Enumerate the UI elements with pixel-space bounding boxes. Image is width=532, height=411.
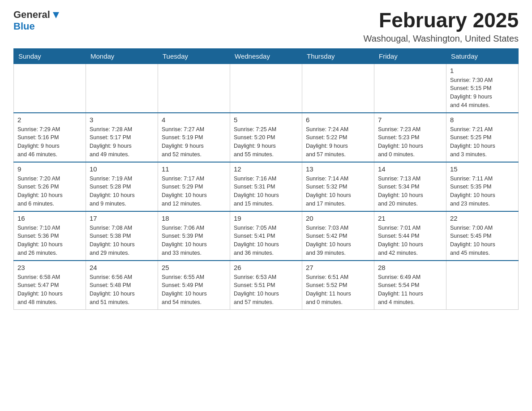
day-info: Sunrise: 7:05 AM Sunset: 5:41 PM Dayligh…: [234, 224, 298, 257]
day-number: 20: [306, 214, 370, 222]
day-number: 26: [234, 264, 298, 271]
calendar-week-row: 1Sunrise: 7:30 AM Sunset: 5:15 PM Daylig…: [14, 64, 519, 113]
day-number: 22: [450, 214, 515, 222]
weekday-header-monday: Monday: [86, 48, 158, 64]
day-info: Sunrise: 7:20 AM Sunset: 5:26 PM Dayligh…: [17, 175, 82, 208]
calendar-cell: 5Sunrise: 7:25 AM Sunset: 5:20 PM Daylig…: [230, 113, 302, 162]
day-number: 7: [378, 116, 442, 124]
svg-marker-0: [53, 12, 59, 18]
calendar-cell: 2Sunrise: 7:29 AM Sunset: 5:16 PM Daylig…: [14, 113, 86, 162]
calendar-cell: 12Sunrise: 7:16 AM Sunset: 5:31 PM Dayli…: [230, 162, 302, 211]
day-info: Sunrise: 6:58 AM Sunset: 5:47 PM Dayligh…: [17, 273, 82, 307]
calendar-cell: 28Sunrise: 6:49 AM Sunset: 5:54 PM Dayli…: [374, 261, 446, 310]
day-info: Sunrise: 7:11 AM Sunset: 5:35 PM Dayligh…: [450, 175, 515, 208]
calendar-cell: 9Sunrise: 7:20 AM Sunset: 5:26 PM Daylig…: [14, 162, 86, 211]
calendar-cell: 16Sunrise: 7:10 AM Sunset: 5:36 PM Dayli…: [14, 211, 86, 261]
calendar-cell: 23Sunrise: 6:58 AM Sunset: 5:47 PM Dayli…: [14, 261, 86, 310]
calendar-cell: 6Sunrise: 7:24 AM Sunset: 5:22 PM Daylig…: [302, 113, 374, 162]
day-info: Sunrise: 6:55 AM Sunset: 5:49 PM Dayligh…: [162, 273, 226, 307]
calendar-cell: [86, 64, 158, 113]
day-number: 24: [90, 264, 154, 271]
day-number: 28: [378, 264, 442, 271]
day-number: 8: [450, 116, 515, 124]
day-info: Sunrise: 6:53 AM Sunset: 5:51 PM Dayligh…: [234, 273, 298, 307]
calendar-cell: 20Sunrise: 7:03 AM Sunset: 5:42 PM Dayli…: [302, 211, 374, 261]
logo-triangle-icon: [51, 10, 61, 20]
day-info: Sunrise: 7:14 AM Sunset: 5:32 PM Dayligh…: [306, 175, 370, 208]
day-info: Sunrise: 7:29 AM Sunset: 5:16 PM Dayligh…: [17, 125, 82, 159]
logo-general: General: [13, 9, 50, 21]
calendar-cell: [446, 261, 519, 310]
day-info: Sunrise: 7:06 AM Sunset: 5:39 PM Dayligh…: [162, 224, 226, 257]
day-info: Sunrise: 6:56 AM Sunset: 5:48 PM Dayligh…: [90, 273, 154, 307]
calendar-cell: [302, 64, 374, 113]
day-info: Sunrise: 7:30 AM Sunset: 5:15 PM Dayligh…: [450, 76, 515, 110]
day-info: Sunrise: 7:19 AM Sunset: 5:28 PM Dayligh…: [90, 175, 154, 208]
day-number: 15: [450, 165, 515, 173]
calendar-week-row: 16Sunrise: 7:10 AM Sunset: 5:36 PM Dayli…: [14, 211, 519, 261]
calendar-cell: 15Sunrise: 7:11 AM Sunset: 5:35 PM Dayli…: [446, 162, 519, 211]
day-info: Sunrise: 7:23 AM Sunset: 5:23 PM Dayligh…: [378, 125, 442, 159]
logo-blue: Blue: [13, 21, 35, 32]
day-number: 2: [17, 116, 82, 124]
day-info: Sunrise: 7:28 AM Sunset: 5:17 PM Dayligh…: [90, 125, 154, 159]
day-number: 23: [17, 264, 82, 271]
title-block: February 2025 Washougal, Washington, Uni…: [364, 9, 519, 44]
calendar-header-row: SundayMondayTuesdayWednesdayThursdayFrid…: [14, 48, 519, 64]
calendar-cell: 21Sunrise: 7:01 AM Sunset: 5:44 PM Dayli…: [374, 211, 446, 261]
day-number: 4: [162, 116, 226, 124]
day-info: Sunrise: 7:08 AM Sunset: 5:38 PM Dayligh…: [90, 224, 154, 257]
calendar-week-row: 23Sunrise: 6:58 AM Sunset: 5:47 PM Dayli…: [14, 261, 519, 310]
calendar-cell: 22Sunrise: 7:00 AM Sunset: 5:45 PM Dayli…: [446, 211, 519, 261]
weekday-header-thursday: Thursday: [302, 48, 374, 64]
day-info: Sunrise: 7:00 AM Sunset: 5:45 PM Dayligh…: [450, 224, 515, 257]
calendar-cell: 25Sunrise: 6:55 AM Sunset: 5:49 PM Dayli…: [158, 261, 230, 310]
day-number: 16: [17, 214, 82, 222]
calendar-cell: 17Sunrise: 7:08 AM Sunset: 5:38 PM Dayli…: [86, 211, 158, 261]
day-info: Sunrise: 7:16 AM Sunset: 5:31 PM Dayligh…: [234, 175, 298, 208]
day-info: Sunrise: 7:24 AM Sunset: 5:22 PM Dayligh…: [306, 125, 370, 159]
calendar-week-row: 2Sunrise: 7:29 AM Sunset: 5:16 PM Daylig…: [14, 113, 519, 162]
day-number: 11: [162, 165, 226, 173]
calendar-cell: 27Sunrise: 6:51 AM Sunset: 5:52 PM Dayli…: [302, 261, 374, 310]
calendar-cell: 26Sunrise: 6:53 AM Sunset: 5:51 PM Dayli…: [230, 261, 302, 310]
day-number: 27: [306, 264, 370, 271]
calendar-cell: 3Sunrise: 7:28 AM Sunset: 5:17 PM Daylig…: [86, 113, 158, 162]
calendar-cell: 7Sunrise: 7:23 AM Sunset: 5:23 PM Daylig…: [374, 113, 446, 162]
day-info: Sunrise: 7:01 AM Sunset: 5:44 PM Dayligh…: [378, 224, 442, 257]
day-info: Sunrise: 7:13 AM Sunset: 5:34 PM Dayligh…: [378, 175, 442, 208]
calendar-cell: 13Sunrise: 7:14 AM Sunset: 5:32 PM Dayli…: [302, 162, 374, 211]
day-number: 19: [234, 214, 298, 222]
day-number: 14: [378, 165, 442, 173]
calendar-cell: 1Sunrise: 7:30 AM Sunset: 5:15 PM Daylig…: [446, 64, 519, 113]
day-number: 3: [90, 116, 154, 124]
calendar-cell: 24Sunrise: 6:56 AM Sunset: 5:48 PM Dayli…: [86, 261, 158, 310]
calendar-cell: [158, 64, 230, 113]
day-info: Sunrise: 6:51 AM Sunset: 5:52 PM Dayligh…: [306, 273, 370, 307]
day-info: Sunrise: 7:17 AM Sunset: 5:29 PM Dayligh…: [162, 175, 226, 208]
location-subtitle: Washougal, Washington, United States: [364, 34, 519, 44]
day-info: Sunrise: 7:27 AM Sunset: 5:19 PM Dayligh…: [162, 125, 226, 159]
day-number: 12: [234, 165, 298, 173]
calendar-cell: [374, 64, 446, 113]
day-number: 21: [378, 214, 442, 222]
calendar-cell: 10Sunrise: 7:19 AM Sunset: 5:28 PM Dayli…: [86, 162, 158, 211]
day-info: Sunrise: 6:49 AM Sunset: 5:54 PM Dayligh…: [378, 273, 442, 307]
calendar-cell: 19Sunrise: 7:05 AM Sunset: 5:41 PM Dayli…: [230, 211, 302, 261]
calendar-cell: 8Sunrise: 7:21 AM Sunset: 5:25 PM Daylig…: [446, 113, 519, 162]
page-header: General Blue February 2025 Washougal, Wa…: [13, 9, 519, 44]
calendar-table: SundayMondayTuesdayWednesdayThursdayFrid…: [13, 48, 519, 310]
calendar-cell: 18Sunrise: 7:06 AM Sunset: 5:39 PM Dayli…: [158, 211, 230, 261]
calendar-cell: 11Sunrise: 7:17 AM Sunset: 5:29 PM Dayli…: [158, 162, 230, 211]
logo: General Blue: [13, 9, 61, 32]
weekday-header-saturday: Saturday: [446, 48, 519, 64]
day-info: Sunrise: 7:10 AM Sunset: 5:36 PM Dayligh…: [17, 224, 82, 257]
weekday-header-wednesday: Wednesday: [230, 48, 302, 64]
weekday-header-friday: Friday: [374, 48, 446, 64]
calendar-cell: 4Sunrise: 7:27 AM Sunset: 5:19 PM Daylig…: [158, 113, 230, 162]
day-info: Sunrise: 7:25 AM Sunset: 5:20 PM Dayligh…: [234, 125, 298, 159]
calendar-cell: [230, 64, 302, 113]
weekday-header-sunday: Sunday: [14, 48, 86, 64]
day-info: Sunrise: 7:03 AM Sunset: 5:42 PM Dayligh…: [306, 224, 370, 257]
day-number: 1: [450, 67, 515, 74]
